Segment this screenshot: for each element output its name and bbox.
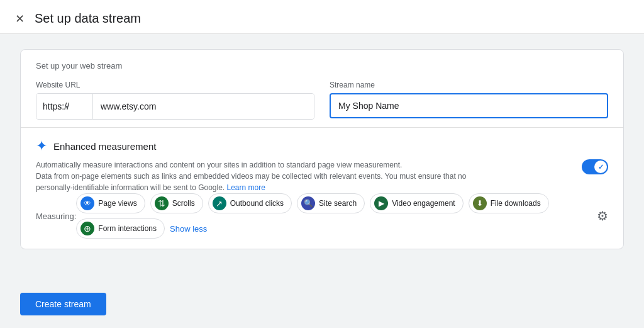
section-label: Set up your web stream	[36, 61, 608, 71]
form-interactions-icon: ⊕	[80, 222, 94, 235]
chip-site-search: 🔍 Site search	[297, 193, 365, 213]
create-stream-button[interactable]: Create stream	[20, 293, 106, 315]
enhanced-desc-line1: Automatically measure interactions and c…	[36, 161, 402, 169]
settings-gear-button[interactable]: ⚙	[597, 208, 608, 223]
setup-card: Set up your web stream Website URL https…	[20, 49, 624, 249]
chip-form-interactions-label: Form interactions	[98, 224, 157, 233]
url-group: Website URL https:// ▾	[36, 81, 314, 120]
file-downloads-icon: ⬇	[473, 196, 487, 210]
enhanced-description: Automatically measure interactions and c…	[36, 159, 476, 193]
enhanced-title: Enhanced measurement	[53, 141, 156, 152]
scrolls-icon: ⇅	[155, 196, 169, 210]
outbound-clicks-icon: ↗	[213, 196, 226, 210]
stream-name-group: Stream name	[330, 81, 608, 118]
chip-page-views-label: Page views	[98, 199, 136, 208]
stream-name-label: Stream name	[330, 81, 608, 89]
url-input[interactable]	[93, 94, 314, 119]
chip-page-views: 👁 Page views	[76, 193, 145, 213]
site-search-icon: 🔍	[301, 196, 315, 210]
chip-scrolls: ⇅ Scrolls	[150, 193, 203, 213]
chip-file-downloads: ⬇ File downloads	[469, 193, 549, 213]
show-less-link[interactable]: Show less	[170, 224, 207, 234]
chip-site-search-label: Site search	[319, 199, 357, 208]
enhanced-header: ✦ Enhanced measurement	[36, 138, 608, 154]
chip-file-downloads-label: File downloads	[491, 199, 541, 208]
form-row: Website URL https:// ▾ Stream name	[36, 81, 608, 120]
video-engagement-icon: ▶	[374, 196, 388, 210]
measuring-label: Measuring:	[36, 212, 76, 221]
dialog-header: ✕ Set up data stream	[0, 0, 644, 34]
measuring-row: Measuring: 👁 Page views ⇅ Scrolls	[36, 193, 608, 239]
enhanced-toggle[interactable]: ✓	[582, 159, 608, 174]
close-button[interactable]: ✕	[15, 12, 25, 26]
chips-and-gear: 👁 Page views ⇅ Scrolls ↗ Outbound clicks	[76, 193, 608, 239]
protocol-dropdown[interactable]: https:// ▾	[36, 94, 93, 119]
chip-scrolls-label: Scrolls	[172, 199, 195, 208]
stream-name-input[interactable]	[330, 93, 608, 118]
dialog-content: Set up your web stream Website URL https…	[0, 34, 644, 280]
sparkle-icon: ✦	[36, 138, 47, 154]
toggle-knob: ✓	[594, 161, 607, 173]
chips-container: 👁 Page views ⇅ Scrolls ↗ Outbound clicks	[76, 193, 597, 239]
chip-form-interactions: ⊕ Form interactions	[76, 218, 165, 239]
page-views-icon: 👁	[80, 196, 94, 210]
learn-more-link[interactable]: Learn more	[227, 183, 265, 192]
chip-video-engagement: ▶ Video engagement	[370, 193, 464, 213]
dialog-footer: Create stream	[0, 280, 644, 328]
web-stream-section: Set up your web stream Website URL https…	[21, 50, 623, 128]
chip-video-engagement-label: Video engagement	[392, 199, 455, 208]
enhanced-toggle-row: Automatically measure interactions and c…	[36, 159, 608, 193]
protocol-value: https://	[43, 101, 69, 111]
url-label: Website URL	[36, 81, 314, 89]
enhanced-measurement-section: ✦ Enhanced measurement Automatically mea…	[21, 128, 623, 249]
chip-outbound-clicks-label: Outbound clicks	[230, 199, 284, 208]
chip-outbound-clicks: ↗ Outbound clicks	[208, 193, 292, 213]
url-input-row: https:// ▾	[36, 93, 314, 120]
dialog-title: Set up data stream	[35, 11, 141, 26]
check-icon: ✓	[598, 163, 604, 171]
